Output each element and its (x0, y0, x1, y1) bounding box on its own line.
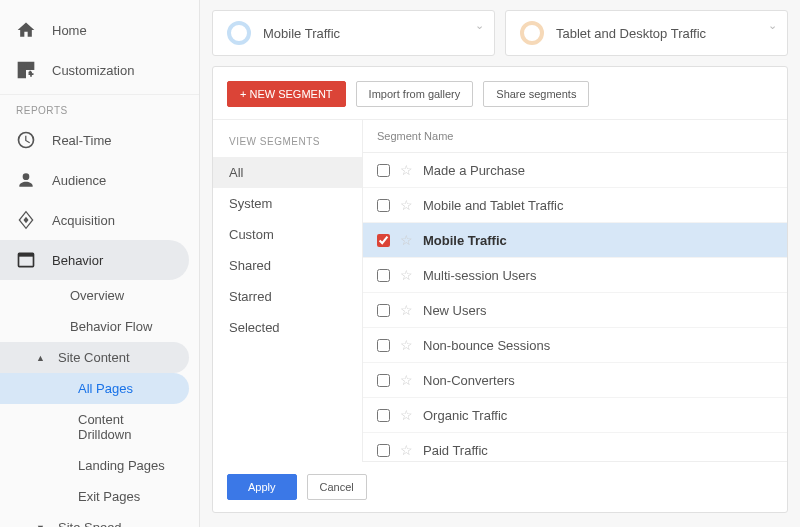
svg-rect-0 (19, 63, 25, 69)
nav-acquisition[interactable]: Acquisition (0, 200, 199, 240)
apply-button[interactable]: Apply (227, 474, 297, 500)
segment-checkbox[interactable] (377, 234, 390, 247)
segment-checkbox[interactable] (377, 304, 390, 317)
segment-row[interactable]: ☆Multi-session Users (363, 258, 787, 293)
nav-audience[interactable]: Audience (0, 160, 199, 200)
segment-row-label: Mobile and Tablet Traffic (423, 198, 773, 213)
nav-realtime[interactable]: Real-Time (0, 120, 199, 160)
main-content: Mobile Traffic ⌄ Tablet and Desktop Traf… (200, 0, 800, 527)
donut-icon (227, 21, 251, 45)
star-icon[interactable]: ☆ (400, 442, 413, 458)
subsub-all-pages[interactable]: All Pages (0, 373, 189, 404)
segment-row[interactable]: ☆Mobile and Tablet Traffic (363, 188, 787, 223)
segment-row-label: Non-Converters (423, 373, 773, 388)
sub-site-speed[interactable]: ▼ Site Speed (0, 512, 189, 527)
chevron-down-icon: ⌄ (768, 19, 777, 32)
star-icon[interactable]: ☆ (400, 197, 413, 213)
behavior-subitems: Overview Behavior Flow ▲ Site Content Al… (0, 280, 199, 527)
segment-checkbox[interactable] (377, 339, 390, 352)
filter-item-selected[interactable]: Selected (213, 312, 362, 343)
filters-header: VIEW SEGMENTS (213, 136, 362, 157)
segment-footer: Apply Cancel (213, 462, 787, 512)
filter-item-system[interactable]: System (213, 188, 362, 219)
segment-row-label: Multi-session Users (423, 268, 773, 283)
segment-row-label: New Users (423, 303, 773, 318)
filter-item-starred[interactable]: Starred (213, 281, 362, 312)
segment-card-mobile[interactable]: Mobile Traffic ⌄ (212, 10, 495, 56)
segment-row-label: Made a Purchase (423, 163, 773, 178)
segment-row[interactable]: ☆Organic Traffic (363, 398, 787, 433)
chevron-down-icon: ⌄ (475, 19, 484, 32)
segment-row[interactable]: ☆Paid Traffic (363, 433, 787, 462)
cancel-button[interactable]: Cancel (307, 474, 367, 500)
star-icon[interactable]: ☆ (400, 407, 413, 423)
segment-checkbox[interactable] (377, 199, 390, 212)
behavior-icon (16, 250, 36, 270)
segment-checkbox[interactable] (377, 269, 390, 282)
segment-checkbox[interactable] (377, 374, 390, 387)
nav-realtime-label: Real-Time (52, 133, 111, 148)
segment-row-label: Non-bounce Sessions (423, 338, 773, 353)
star-icon[interactable]: ☆ (400, 232, 413, 248)
sub-site-content-label: Site Content (58, 350, 130, 365)
import-button[interactable]: Import from gallery (356, 81, 474, 107)
segment-list: Segment Name ☆Made a Purchase☆Mobile and… (363, 120, 787, 462)
sub-overview[interactable]: Overview (0, 280, 199, 311)
segment-row[interactable]: ☆Made a Purchase (363, 153, 787, 188)
segment-panel: + NEW SEGMENT Import from gallery Share … (212, 66, 788, 513)
segment-filters: VIEW SEGMENTS AllSystemCustomSharedStarr… (213, 120, 363, 462)
subsub-landing-pages[interactable]: Landing Pages (0, 450, 189, 481)
donut-icon (520, 21, 544, 45)
svg-rect-1 (27, 63, 33, 69)
segment-body: VIEW SEGMENTS AllSystemCustomSharedStarr… (213, 120, 787, 462)
caret-down-icon: ▼ (36, 523, 46, 528)
segment-row-label: Organic Traffic (423, 408, 773, 423)
segment-row-label: Paid Traffic (423, 443, 773, 458)
customization-icon (16, 60, 36, 80)
subsub-exit-pages[interactable]: Exit Pages (0, 481, 189, 512)
nav-acquisition-label: Acquisition (52, 213, 115, 228)
filter-item-all[interactable]: All (213, 157, 362, 188)
reports-header: REPORTS (0, 94, 199, 120)
nav-customization[interactable]: Customization (0, 50, 199, 90)
acquisition-icon (16, 210, 36, 230)
segment-checkbox[interactable] (377, 409, 390, 422)
segment-row[interactable]: ☆Non-Converters (363, 363, 787, 398)
segment-card-tablet-desktop[interactable]: Tablet and Desktop Traffic ⌄ (505, 10, 788, 56)
filter-item-shared[interactable]: Shared (213, 250, 362, 281)
filter-item-custom[interactable]: Custom (213, 219, 362, 250)
segment-row[interactable]: ☆Non-bounce Sessions (363, 328, 787, 363)
subsub-content-drilldown[interactable]: Content Drilldown (0, 404, 189, 450)
nav-customization-label: Customization (52, 63, 134, 78)
sub-site-speed-label: Site Speed (58, 520, 122, 527)
segment-list-header: Segment Name (363, 120, 787, 153)
person-icon (16, 170, 36, 190)
sub-behavior-flow[interactable]: Behavior Flow (0, 311, 199, 342)
segment-cards: Mobile Traffic ⌄ Tablet and Desktop Traf… (212, 10, 788, 56)
star-icon[interactable]: ☆ (400, 372, 413, 388)
clock-icon (16, 130, 36, 150)
segment-row[interactable]: ☆New Users (363, 293, 787, 328)
segment-checkbox[interactable] (377, 444, 390, 457)
nav-home[interactable]: Home (0, 10, 199, 50)
star-icon[interactable]: ☆ (400, 267, 413, 283)
segment-card-label: Tablet and Desktop Traffic (556, 26, 706, 41)
home-icon (16, 20, 36, 40)
star-icon[interactable]: ☆ (400, 337, 413, 353)
segment-checkbox[interactable] (377, 164, 390, 177)
svg-rect-2 (19, 71, 25, 77)
nav-audience-label: Audience (52, 173, 106, 188)
svg-rect-4 (19, 253, 34, 256)
segment-row[interactable]: ☆Mobile Traffic (363, 223, 787, 258)
nav-behavior[interactable]: Behavior (0, 240, 189, 280)
segment-card-label: Mobile Traffic (263, 26, 340, 41)
caret-up-icon: ▲ (36, 353, 46, 363)
sub-site-content[interactable]: ▲ Site Content (0, 342, 189, 373)
share-button[interactable]: Share segments (483, 81, 589, 107)
new-segment-button[interactable]: + NEW SEGMENT (227, 81, 346, 107)
nav-behavior-label: Behavior (52, 253, 103, 268)
segment-toolbar: + NEW SEGMENT Import from gallery Share … (213, 67, 787, 120)
star-icon[interactable]: ☆ (400, 302, 413, 318)
star-icon[interactable]: ☆ (400, 162, 413, 178)
nav-home-label: Home (52, 23, 87, 38)
